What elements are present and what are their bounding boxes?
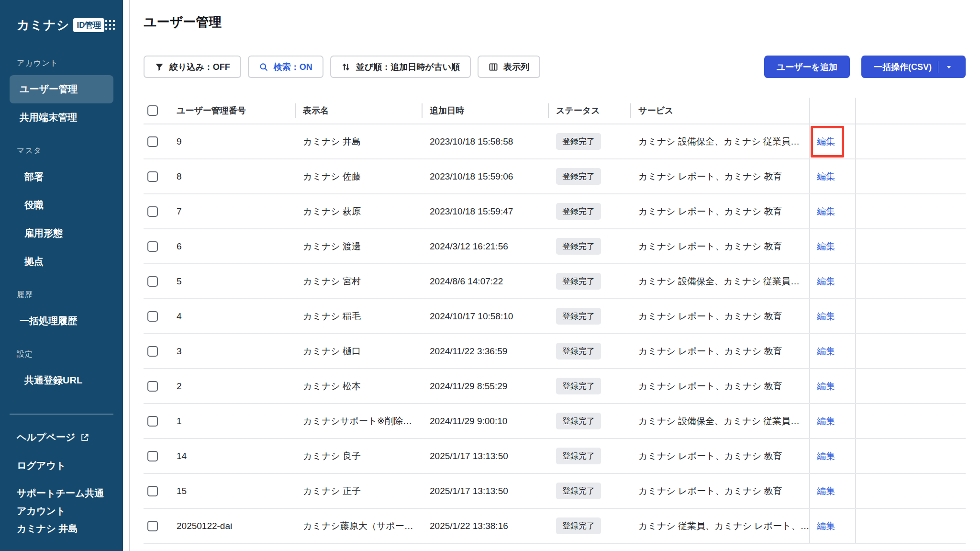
section-label-master: マスタ: [17, 146, 106, 156]
select-all-checkbox[interactable]: [147, 105, 158, 116]
row-checkbox[interactable]: [147, 241, 158, 252]
magnifier-icon: [259, 62, 268, 72]
sort-button-label: 並び順：追加日時が古い順: [356, 61, 460, 73]
cell-display-name: カミナシ 宮村: [295, 264, 422, 298]
cell-extra: [856, 299, 966, 333]
logout-link[interactable]: ログアウト: [10, 451, 113, 480]
sidebar-item-bulk-history[interactable]: 一括処理履歴: [10, 307, 113, 335]
search-button[interactable]: 検索：ON: [248, 56, 323, 78]
row-checkbox[interactable]: [147, 206, 158, 217]
cell-display-name: カミナシ 良子: [295, 439, 422, 473]
table-row: 3 カミナシ 樋口 2024/11/22 3:36:59 登録完了 カミナシ レ…: [144, 334, 966, 369]
row-checkbox[interactable]: [147, 381, 158, 392]
sidebar-item-label: ユーザー管理: [20, 83, 78, 96]
cell-display-name: カミナシ 松本: [295, 369, 422, 403]
edit-link[interactable]: 編集: [817, 345, 835, 358]
cell-services: カミナシ レポート、カミナシ 教育: [630, 159, 809, 193]
sidebar-item-label: 一括処理履歴: [20, 315, 77, 327]
edit-link[interactable]: 編集: [817, 310, 835, 323]
scrollbar-track[interactable]: [129, 0, 130, 551]
table-row: 15 カミナシ 正子 2025/1/17 13:13:50 登録完了 カミナシ …: [144, 474, 966, 509]
sidebar-item-user-management[interactable]: ユーザー管理: [10, 75, 113, 103]
sort-button[interactable]: 並び順：追加日時が古い順: [330, 56, 471, 78]
button-divider: [938, 61, 938, 73]
toolbar: 絞り込み：OFF 検索：ON: [144, 56, 966, 78]
section-label-history: 履歴: [17, 290, 106, 300]
cell-added-date: 2023/10/18 15:59:47: [422, 194, 548, 228]
table-row: 20250122-dai カミナシ藤原大（サポー… 2025/1/22 13:3…: [144, 509, 966, 544]
row-checkbox[interactable]: [147, 171, 158, 182]
filter-button[interactable]: 絞り込み：OFF: [144, 56, 241, 78]
cell-added-date: 2023/10/18 15:59:06: [422, 159, 548, 193]
row-checkbox[interactable]: [147, 521, 158, 531]
row-checkbox[interactable]: [147, 346, 158, 357]
help-page-label: ヘルプページ: [17, 431, 75, 444]
row-checkbox[interactable]: [147, 136, 158, 147]
status-badge: 登録完了: [556, 343, 601, 360]
edit-link[interactable]: 編集: [817, 380, 835, 393]
account-user: カミナシ 井島: [17, 520, 113, 538]
row-checkbox[interactable]: [147, 276, 158, 287]
table-row: 6 カミナシ 渡邊 2024/3/12 16:21:56 登録完了 カミナシ レ…: [144, 229, 966, 264]
brand-logo: カミナシ: [17, 17, 69, 34]
sidebar-item-common-registration-url[interactable]: 共通登録URL: [10, 366, 113, 394]
sidebar-item-label: 役職: [24, 199, 44, 212]
status-badge: 登録完了: [556, 308, 601, 325]
apps-grid-icon[interactable]: [104, 19, 116, 31]
cell-display-name: カミナシ 樋口: [295, 334, 422, 368]
add-user-button[interactable]: ユーザーを追加: [764, 56, 850, 78]
cell-display-name: カミナシ 正子: [295, 474, 422, 508]
sidebar-item-label: 拠点: [24, 255, 44, 268]
section-label-settings: 設定: [17, 349, 106, 360]
table-body: 9 カミナシ 井島 2023/10/18 15:58:58 登録完了 カミナシ …: [144, 124, 966, 544]
edit-link[interactable]: 編集: [817, 170, 835, 183]
cell-user-id: 20250122-dai: [168, 509, 295, 543]
help-page-link[interactable]: ヘルプページ: [10, 423, 113, 451]
cell-services: カミナシ 設備保全、カミナシ 従業員…: [630, 264, 809, 298]
cell-extra: [856, 509, 966, 543]
table-row: 5 カミナシ 宮村 2024/8/6 14:07:22 登録完了 カミナシ 設備…: [144, 264, 966, 299]
status-badge: 登録完了: [556, 378, 601, 394]
row-checkbox[interactable]: [147, 311, 158, 322]
edit-link[interactable]: 編集: [817, 205, 835, 218]
sidebar-item-departments[interactable]: 部署: [10, 163, 113, 191]
edit-link[interactable]: 編集: [817, 485, 835, 497]
row-checkbox[interactable]: [147, 451, 158, 461]
edit-link[interactable]: 編集: [817, 520, 835, 532]
edit-link[interactable]: 編集: [817, 135, 835, 148]
cell-services: カミナシ レポート、カミナシ 教育: [630, 194, 809, 228]
cell-display-name: カミナシ 稲毛: [295, 299, 422, 333]
cell-services: カミナシ 従業員、カミナシ レポート、…: [630, 509, 809, 543]
col-header-edit: [809, 98, 856, 124]
sort-arrows-icon: [341, 62, 351, 72]
status-badge: 登録完了: [556, 133, 601, 150]
table-row: 14 カミナシ 良子 2025/1/17 13:13:50 登録完了 カミナシ …: [144, 439, 966, 474]
sidebar-item-roles[interactable]: 役職: [10, 191, 113, 219]
cell-user-id: 8: [168, 159, 295, 193]
account-name: サポートチーム共通アカウント: [17, 484, 113, 520]
cell-user-id: 7: [168, 194, 295, 228]
brand-badge: ID管理: [73, 18, 104, 32]
app-window: カミナシ ID管理 アカウント ユーザー管理 共用端末管理 マスタ 部署: [0, 0, 980, 551]
cell-extra: [856, 369, 966, 403]
edit-link[interactable]: 編集: [817, 450, 835, 462]
bulk-action-button[interactable]: 一括操作(CSV): [861, 56, 966, 78]
edit-link[interactable]: 編集: [817, 275, 835, 288]
cell-added-date: 2023/10/18 15:58:58: [422, 124, 548, 158]
columns-button[interactable]: 表示列: [478, 56, 540, 78]
cell-display-name: カミナシ 井島: [295, 124, 422, 158]
cell-user-id: 14: [168, 439, 295, 473]
col-header-user-id: ユーザー管理番号: [168, 98, 295, 124]
edit-link[interactable]: 編集: [817, 415, 835, 427]
row-checkbox[interactable]: [147, 416, 158, 427]
sidebar-item-shared-devices[interactable]: 共用端末管理: [10, 103, 113, 132]
row-checkbox[interactable]: [147, 486, 158, 496]
sidebar-item-locations[interactable]: 拠点: [10, 247, 113, 276]
cell-added-date: 2025/1/22 13:38:16: [422, 509, 548, 543]
cell-added-date: 2024/11/29 8:55:29: [422, 369, 548, 403]
sidebar-item-employment-types[interactable]: 雇用形態: [10, 219, 113, 247]
status-badge: 登録完了: [556, 517, 601, 534]
cell-added-date: 2025/1/17 13:13:50: [422, 474, 548, 508]
caret-down-icon: [945, 63, 953, 71]
edit-link[interactable]: 編集: [817, 240, 835, 253]
